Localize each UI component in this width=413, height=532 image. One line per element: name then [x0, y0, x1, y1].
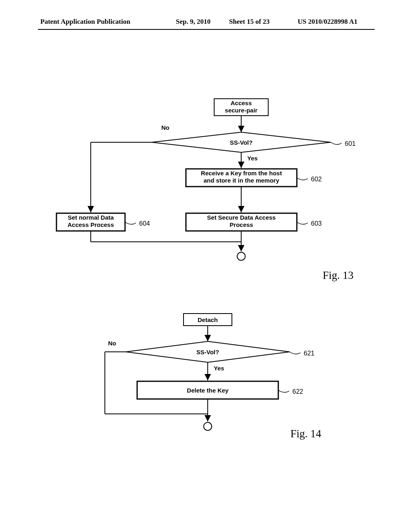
fig14-ref-621: 621 — [304, 350, 315, 357]
svg-point-23 — [204, 422, 212, 430]
fig14-start-box: Detach — [198, 316, 218, 323]
fig14-ref-622: 622 — [292, 388, 303, 395]
fig14-no-label: No — [108, 340, 116, 347]
fig14-yes-label: Yes — [214, 365, 224, 372]
fig14-caption: Fig. 14 — [290, 428, 321, 440]
fig14-box-622: Delete the Key — [187, 387, 229, 394]
fig14-flowchart: Detach SS-Vol? No Yes Delete the Key 621… — [0, 0, 413, 532]
fig14-decision: SS-Vol? — [196, 349, 219, 355]
